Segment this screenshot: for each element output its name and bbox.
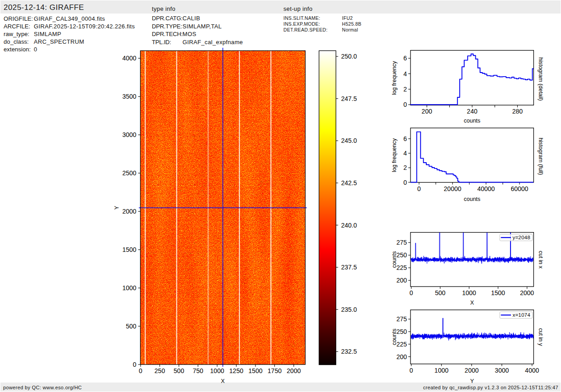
svg-text:750: 750 [193, 367, 204, 374]
svg-text:200: 200 [422, 108, 433, 115]
svg-text:4000: 4000 [525, 367, 539, 374]
svg-text:log frequency: log frequency [391, 138, 397, 172]
svg-text:2500: 2500 [122, 169, 136, 177]
svg-text:0: 0 [139, 367, 142, 374]
svg-text:y=2048: y=2048 [513, 235, 530, 240]
svg-text:280: 280 [512, 108, 523, 115]
svg-text:40000: 40000 [477, 185, 495, 192]
svg-text:1750: 1750 [268, 367, 282, 374]
svg-text:240: 240 [467, 108, 478, 115]
svg-text:0: 0 [417, 185, 421, 192]
svg-text:235.0: 235.0 [341, 306, 357, 313]
svg-text:4: 4 [403, 150, 407, 157]
svg-text:250: 250 [155, 367, 165, 374]
svg-text:240.0: 240.0 [341, 222, 357, 229]
svg-text:2000: 2000 [287, 367, 301, 374]
svg-text:275: 275 [397, 239, 407, 246]
svg-text:232.5: 232.5 [341, 348, 357, 355]
svg-text:242.5: 242.5 [341, 179, 357, 187]
svg-text:500: 500 [435, 289, 446, 296]
svg-text:0: 0 [403, 179, 407, 186]
svg-text:0: 0 [403, 101, 407, 108]
svg-text:1500: 1500 [491, 289, 505, 296]
svg-text:3000: 3000 [495, 367, 509, 374]
svg-text:250: 250 [397, 328, 407, 335]
svg-text:2: 2 [403, 164, 407, 171]
svg-text:247.5: 247.5 [341, 95, 357, 102]
svg-text:1000: 1000 [434, 367, 448, 374]
svg-text:3500: 3500 [122, 93, 136, 100]
svg-text:2: 2 [403, 86, 407, 93]
svg-text:1500: 1500 [122, 246, 136, 253]
svg-text:2000: 2000 [465, 367, 479, 374]
svg-text:counts: counts [391, 328, 397, 345]
svg-text:counts: counts [391, 251, 397, 268]
svg-text:20000: 20000 [444, 185, 461, 192]
svg-text:Y: Y [470, 378, 474, 384]
svg-text:250: 250 [397, 251, 407, 259]
svg-text:225: 225 [397, 341, 407, 348]
svg-text:0: 0 [133, 361, 137, 368]
svg-text:500: 500 [173, 367, 184, 374]
svg-text:4: 4 [403, 70, 407, 77]
svg-text:X: X [221, 378, 225, 384]
svg-text:2000: 2000 [122, 208, 136, 215]
svg-text:200: 200 [397, 277, 407, 284]
svg-text:1000: 1000 [462, 289, 476, 296]
svg-text:1250: 1250 [229, 367, 243, 374]
svg-text:225: 225 [397, 264, 407, 271]
svg-text:4000: 4000 [122, 55, 136, 62]
svg-text:cut in x: cut in x [538, 251, 544, 269]
svg-text:0: 0 [410, 367, 413, 374]
svg-text:1000: 1000 [210, 367, 224, 374]
svg-text:cut in y: cut in y [538, 328, 544, 346]
svg-text:2000: 2000 [520, 289, 534, 296]
svg-text:3000: 3000 [122, 131, 136, 138]
svg-text:200: 200 [397, 353, 407, 360]
svg-text:X: X [470, 300, 474, 306]
svg-text:counts: counts [464, 118, 480, 124]
svg-text:histogram (detail): histogram (detail) [538, 57, 544, 101]
svg-text:histogram (full): histogram (full) [538, 138, 544, 175]
svg-text:log frequency: log frequency [391, 61, 397, 95]
svg-text:x=1074: x=1074 [513, 312, 531, 318]
svg-text:Y: Y [114, 205, 120, 210]
svg-text:245.0: 245.0 [341, 137, 357, 144]
svg-text:6: 6 [403, 135, 407, 142]
svg-text:6: 6 [403, 55, 407, 62]
svg-text:275: 275 [397, 315, 407, 323]
svg-text:1500: 1500 [248, 367, 262, 374]
svg-text:250.0: 250.0 [341, 53, 357, 60]
svg-text:counts: counts [464, 196, 480, 202]
svg-text:237.5: 237.5 [341, 264, 357, 271]
svg-text:60000: 60000 [511, 185, 528, 192]
svg-text:500: 500 [126, 323, 137, 330]
svg-text:1000: 1000 [122, 284, 136, 292]
svg-text:0: 0 [410, 289, 413, 296]
